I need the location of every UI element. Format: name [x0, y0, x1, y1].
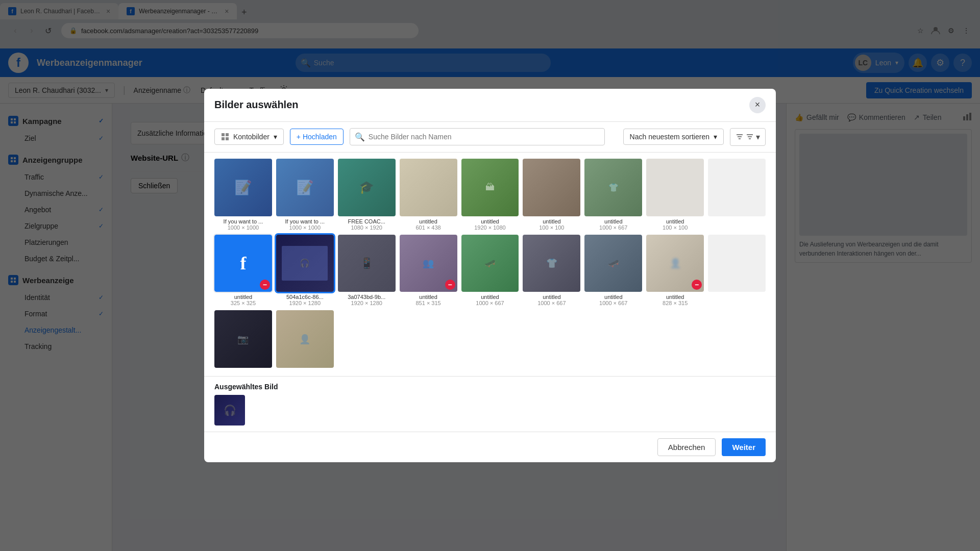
img-name: untitled	[584, 218, 642, 224]
list-item[interactable]: 👕 untitled 1000 × 667	[523, 235, 580, 307]
sort-label: Nach neuestem sortieren	[630, 133, 709, 141]
svg-rect-20	[226, 137, 229, 140]
img-dims: 828 × 315	[663, 300, 688, 306]
image-grid: 📝 If you want to ... 1000 × 1000 📝 If yo…	[214, 159, 766, 370]
img-name: untitled	[400, 294, 457, 300]
img-name: 3a0743bd-9b...	[338, 294, 396, 300]
sort-dropdown[interactable]: Nach neuestem sortieren ▾	[623, 129, 724, 145]
list-item	[708, 235, 766, 307]
modal-close-button[interactable]: ×	[749, 97, 766, 113]
list-item[interactable]: 👤 − untitled 828 × 315	[646, 235, 704, 307]
filter-dropdown-chevron: ▾	[756, 132, 760, 142]
img-dims: 1000 × 667	[537, 300, 566, 306]
img-name: FREE COAC...	[338, 218, 396, 224]
img-thumb: 📝	[276, 159, 334, 216]
list-item[interactable]: 👕 untitled 1000 × 667	[584, 159, 642, 231]
img-dims: 601 × 438	[415, 224, 440, 231]
img-dims: 1920 × 1280	[351, 300, 382, 306]
source-dropdown-chevron: ▾	[274, 133, 277, 141]
selected-section: Ausgewähltes Bild 🎧	[204, 376, 776, 432]
img-name: If you want to ...	[276, 218, 334, 224]
img-dims: 100 × 100	[663, 224, 688, 231]
img-thumb: f −	[214, 235, 272, 292]
filter-icon	[736, 133, 744, 141]
img-dims: 325 × 325	[231, 300, 256, 306]
img-dims: 100 × 100	[539, 224, 564, 231]
source-dropdown-label: Kontobilder	[233, 133, 270, 141]
list-item[interactable]: 🏔 untitled 980 × 551	[461, 159, 519, 231]
source-icon	[221, 133, 229, 141]
image-select-modal: Bilder auswählen × Kontobilder ▾ + Hochl…	[204, 89, 776, 463]
list-item[interactable]: untitled 601 × 438	[400, 159, 457, 231]
img-dims: 1000 × 1000	[289, 224, 321, 231]
image-search-field: 🔍	[350, 128, 605, 145]
filter-button[interactable]: ▾	[730, 128, 766, 146]
img-thumb: 📝	[214, 159, 272, 216]
modal-overlay: Bilder auswählen × Kontobilder ▾ + Hochl…	[0, 0, 980, 551]
upload-button[interactable]: + Hochladen	[290, 129, 344, 145]
img-thumb: 🛹	[461, 235, 519, 292]
img-name: untitled	[400, 218, 457, 224]
svg-rect-19	[222, 137, 225, 140]
upload-label: + Hochladen	[297, 133, 337, 141]
img-thumb: 📱	[338, 235, 396, 292]
img-thumb-selected: 🎧	[276, 235, 334, 292]
modal-toolbar: Kontobilder ▾ + Hochladen 🔍 Nach neueste…	[204, 122, 776, 153]
list-item[interactable]: 🛹 untitled 1000 × 667	[584, 235, 642, 307]
list-item[interactable]: 🎓 FREE COAC... 551 × 980	[338, 159, 396, 231]
img-dims: 980 × 551	[474, 224, 505, 231]
img-dims: 1000 × 1000	[228, 224, 259, 231]
list-item[interactable]: 📝 If you want to ... 1000 × 1000	[276, 159, 334, 231]
img-name: untitled	[646, 218, 704, 224]
source-dropdown[interactable]: Kontobilder ▾	[214, 129, 284, 145]
list-item[interactable]: 📱 3a0743bd-9b... 1920 × 1280	[338, 235, 396, 307]
selected-label: Ausgewähltes Bild	[214, 383, 766, 391]
modal-footer: Abbrechen Weiter	[204, 432, 776, 462]
selected-thumbnail: 🎧	[214, 395, 245, 425]
list-item[interactable]: untitled 100 × 100	[523, 159, 580, 231]
image-search-input[interactable]	[350, 128, 605, 145]
img-thumb: 🛹	[584, 235, 642, 292]
list-item[interactable]: untitled 100 × 100	[646, 159, 704, 231]
img-thumb	[400, 159, 457, 216]
list-item	[708, 159, 766, 231]
list-item[interactable]: 👥 − untitled 851 × 315	[400, 235, 457, 307]
img-thumb: 👤	[276, 310, 334, 368]
img-thumb: 📷	[214, 310, 272, 368]
img-name: untitled	[584, 294, 642, 300]
modal-title: Bilder auswählen	[214, 99, 299, 111]
list-item[interactable]: 🎧 504a1c6c-86... 1920 × 1280	[276, 235, 334, 307]
confirm-button[interactable]: Weiter	[722, 438, 766, 456]
img-dims: 851 × 315	[415, 300, 440, 306]
remove-badge[interactable]: −	[445, 280, 455, 290]
img-thumb	[523, 159, 580, 216]
list-item[interactable]: 📝 If you want to ... 1000 × 1000	[214, 159, 272, 231]
img-dims: 1000 × 667	[476, 300, 504, 306]
image-grid-area: 📝 If you want to ... 1000 × 1000 📝 If yo…	[204, 153, 776, 377]
list-item[interactable]: f − untitled 325 × 325	[214, 235, 272, 307]
svg-rect-17	[222, 133, 225, 136]
img-name: untitled	[523, 218, 580, 224]
img-name: untitled	[214, 294, 272, 300]
image-search-icon: 🔍	[355, 132, 365, 142]
list-item[interactable]: 🛹 untitled 1000 × 667	[461, 235, 519, 307]
img-name: untitled	[523, 294, 580, 300]
img-name: untitled	[461, 218, 519, 224]
img-dims: 1000 × 667	[599, 224, 627, 231]
modal-header: Bilder auswählen ×	[204, 89, 776, 122]
img-dims: 551 × 980	[351, 224, 382, 231]
list-item[interactable]: 👤	[276, 310, 334, 370]
filter-settings-icon	[746, 133, 754, 141]
sort-chevron: ▾	[714, 133, 717, 141]
img-thumb: 👕	[584, 159, 642, 216]
img-dims: 1000 × 667	[599, 300, 627, 306]
img-thumb	[708, 235, 766, 292]
img-thumb: 👥 −	[400, 235, 457, 292]
img-name: If you want to ...	[214, 218, 272, 224]
img-thumb: 👕	[523, 235, 580, 292]
svg-rect-18	[226, 133, 229, 136]
img-name: 504a1c6c-86...	[276, 294, 334, 300]
list-item[interactable]: 📷	[214, 310, 272, 370]
cancel-button[interactable]: Abbrechen	[657, 438, 716, 456]
img-thumb	[708, 159, 766, 216]
